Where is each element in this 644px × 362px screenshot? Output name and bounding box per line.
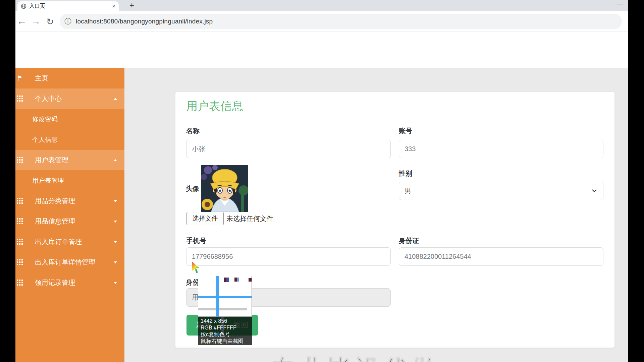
page-info-icon[interactable]: ⓘ: [64, 17, 71, 25]
form-title: 用户表信息: [186, 99, 243, 114]
globe-icon: [21, 3, 26, 9]
caret-down-icon: [114, 261, 117, 263]
choose-file-button[interactable]: 选择文件: [186, 212, 224, 225]
sidebar-item-3[interactable]: 个人信息: [15, 129, 124, 150]
caret-down-icon: [114, 221, 117, 223]
idcard-input[interactable]: [399, 247, 603, 266]
sidebar-item-label: 个人中心: [35, 94, 62, 103]
tab-close-icon[interactable]: ×: [112, 3, 115, 9]
grid-icon: [17, 280, 23, 286]
mouse-cursor: [191, 261, 201, 277]
back-icon[interactable]: ←: [17, 15, 27, 27]
sidebar-item-2[interactable]: 修改密码: [15, 109, 124, 129]
letterbox-right: [628, 0, 644, 362]
gender-select[interactable]: 男: [399, 182, 603, 200]
sidebar-item-label: 个人信息: [32, 135, 58, 144]
sidebar-nav: 主页个人中心修改密码个人信息用户表管理用户表管理用品分类管理用品信息管理出入库订…: [15, 68, 124, 362]
grid-icon: [17, 96, 23, 102]
tab-strip: 入口页 × + —: [15, 0, 628, 11]
sidebar-item-label: 出入库订单详情管理: [35, 258, 95, 267]
grid-icon: [17, 157, 23, 163]
role-label: 身份: [186, 278, 199, 287]
reload-icon[interactable]: ↻: [46, 16, 54, 28]
url-text: localhost:8080/bangongyongpinguanli/inde…: [76, 18, 213, 25]
magnifier-info-box: 1442 x 856 RGB:#FFFFFF 按c复制色号 鼠标右键自由截图: [198, 317, 252, 345]
gender-label: 性别: [399, 169, 412, 178]
browser-window: 入口页 × + — ← → ↻ ⓘ localhost:8080/bangong…: [15, 0, 628, 362]
app-header: 办公用品管理系统: [15, 32, 628, 68]
avatar-label: 头像: [186, 184, 199, 193]
caret-down-icon: [114, 241, 117, 243]
sidebar-item-8[interactable]: 出入库订单管理: [15, 232, 124, 252]
file-status-text: 未选择任何文件: [226, 214, 273, 223]
magnifier-copy-tip: 按c复制色号: [201, 331, 249, 338]
minimize-button[interactable]: —: [616, 0, 624, 7]
forward-icon[interactable]: →: [31, 15, 41, 27]
account-input[interactable]: [399, 140, 603, 158]
sidebar-item-label: 主页: [35, 74, 48, 83]
crosshair-vertical: [216, 276, 219, 316]
tab-title: 入口页: [29, 3, 112, 10]
grid-icon: [17, 198, 23, 204]
sidebar-item-1[interactable]: 个人中心: [15, 88, 124, 109]
grid-icon: [17, 218, 23, 224]
new-tab-button[interactable]: +: [127, 1, 136, 10]
sidebar-item-label: 用品分类管理: [35, 196, 75, 205]
flag-icon: [17, 75, 23, 81]
sidebar-item-label: 用户表管理: [32, 176, 64, 185]
sidebar-item-label: 修改密码: [32, 115, 58, 124]
account-label: 账号: [399, 126, 412, 135]
magnified-pixels: [234, 278, 239, 282]
caret-up-icon: [114, 159, 117, 161]
name-input[interactable]: [186, 140, 391, 158]
caret-down-icon: [114, 200, 117, 202]
name-label: 名称: [186, 126, 200, 135]
screenshot-stage: 入口页 × + — ← → ↻ ⓘ localhost:8080/bangong…: [0, 0, 644, 362]
letterbox-left: [0, 0, 15, 362]
magnifier-zoom-panel: [198, 276, 252, 317]
magnified-border-band: [198, 308, 247, 310]
browser-tab[interactable]: 入口页 ×: [17, 1, 119, 11]
phone-label: 手机号: [186, 236, 206, 245]
idcard-label: 身份证: [399, 236, 419, 245]
gender-value: 男: [405, 186, 411, 195]
browser-toolbar: ← → ↻ ⓘ localhost:8080/bangongyongpingua…: [15, 11, 628, 32]
watermark-text: 专业毕设代做: [270, 353, 439, 362]
magnifier-size-text: 1442 x 856: [201, 318, 249, 324]
sidebar-item-10[interactable]: 领用记录管理: [15, 273, 124, 293]
sidebar-item-6[interactable]: 用品分类管理: [15, 191, 124, 211]
title-divider: [186, 118, 604, 118]
url-bar[interactable]: ⓘ localhost:8080/bangongyongpinguanli/in…: [60, 14, 622, 29]
caret-up-icon: [114, 98, 117, 100]
sidebar-item-9[interactable]: 出入库订单详情管理: [15, 252, 124, 273]
sidebar-item-4[interactable]: 用户表管理: [15, 150, 124, 170]
sidebar-item-label: 用户表管理: [35, 156, 68, 165]
conan-avatar-illustration: [201, 165, 248, 212]
magnified-pixels: [224, 278, 229, 282]
magnifier-rgb-text: RGB:#FFFFFF: [201, 324, 249, 331]
avatar-image: [201, 165, 248, 212]
chevron-down-icon: [592, 189, 597, 192]
sidebar-item-7[interactable]: 用品信息管理: [15, 211, 124, 232]
grid-icon: [17, 259, 23, 265]
caret-down-icon: [114, 282, 117, 284]
sidebar-item-5[interactable]: 用户表管理: [15, 170, 124, 191]
grid-icon: [17, 239, 23, 245]
sidebar-item-0[interactable]: 主页: [15, 68, 124, 88]
magnifier-screenshot-tip: 鼠标右键自由截图: [201, 338, 249, 345]
crosshair-horizontal: [198, 296, 252, 298]
sidebar-item-label: 用品信息管理: [35, 217, 75, 226]
sidebar-item-label: 领用记录管理: [35, 278, 75, 287]
magnified-pixels: [249, 278, 252, 282]
phone-input[interactable]: [186, 247, 391, 266]
sidebar-item-label: 出入库订单管理: [35, 237, 82, 246]
